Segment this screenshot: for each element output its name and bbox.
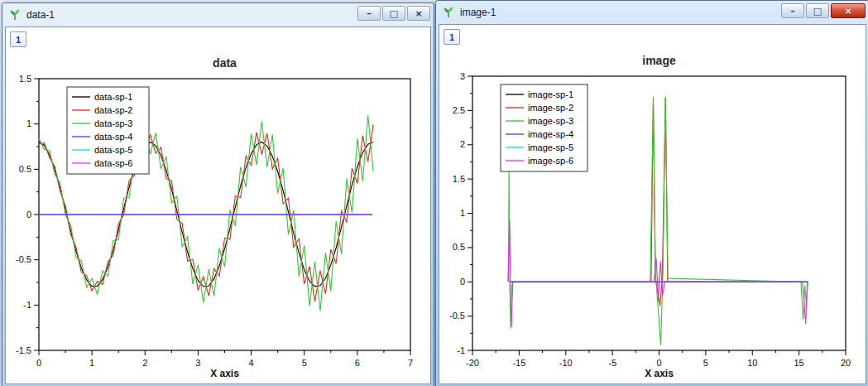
y-tick-label: 1 [460,208,465,218]
close-button[interactable]: × [831,3,866,18]
app-icon [8,8,22,22]
layer-button[interactable]: 1 [444,29,460,45]
legend-label: image-sp-3 [528,116,573,126]
legend-label: data-sp-5 [94,145,132,155]
legend-label: data-sp-3 [94,118,132,128]
x-tick-label: 15 [794,358,804,368]
window-title: data-1 [26,9,55,21]
y-tick-label: 1 [26,118,31,128]
legend-label: image-sp-2 [528,103,573,113]
x-tick-label: 0 [36,358,41,368]
y-tick-label: 0 [26,210,31,220]
window-title: image-1 [460,7,496,18]
window-controls: – □ × [357,6,430,21]
y-tick-label: 0.5 [19,164,31,174]
legend-label: image-sp-6 [528,156,573,166]
minimize-button[interactable]: – [357,6,381,21]
y-tick-label: -1 [457,345,465,355]
window-controls: – □ × [781,3,866,18]
plot-title: data [213,56,237,70]
legend-label: image-sp-1 [528,89,573,99]
x-tick-label: 6 [355,358,360,368]
y-tick-label: 1.5 [453,174,465,184]
window-data-1: data-1 – □ × 1 dataX axis01234567-1.5-1-… [2,2,434,386]
x-tick-label: -5 [608,358,616,368]
x-tick-label: -15 [512,358,525,368]
chart-canvas-image[interactable]: imageX axis-20-15-10-505101520-1-0.500.5… [439,25,866,384]
legend-label: data-sp-4 [94,132,132,142]
legend-label: data-sp-6 [94,158,132,168]
legend[interactable]: image-sp-1image-sp-2image-sp-3image-sp-4… [501,84,587,171]
y-tick-label: -1 [23,300,31,310]
y-tick-label: 2.5 [453,105,465,115]
window-client-area: 1 imageX axis-20-15-10-505101520-1-0.500… [439,24,866,384]
window-client-area: 1 dataX axis01234567-1.5-1-0.500.511.5da… [5,27,431,384]
x-tick-label: 0 [656,358,661,368]
titlebar[interactable]: image-1 – □ × [436,1,868,23]
minimize-button[interactable]: – [781,3,804,18]
y-tick-label: 0.5 [453,242,465,252]
maximize-button[interactable]: □ [806,3,829,18]
window-image-1: image-1 – □ × 1 imageX axis-20-15-10-505… [435,0,868,386]
chart-canvas-data[interactable]: dataX axis01234567-1.5-1-0.500.511.5data… [6,27,430,384]
maximize-button[interactable]: □ [382,6,405,21]
x-tick-label: -10 [559,358,573,368]
titlebar[interactable]: data-1 – □ × [2,3,434,26]
x-tick-label: 4 [249,358,254,368]
x-axis-label: X axis [210,368,239,379]
legend[interactable]: data-sp-1data-sp-2data-sp-3data-sp-4data… [67,87,149,174]
x-tick-label: 20 [841,358,851,368]
x-axis-label: X axis [645,368,674,379]
y-tick-label: 1.5 [19,74,31,84]
y-tick-label: -0.5 [449,311,465,321]
app-icon [442,6,455,19]
x-tick-label: 3 [195,358,200,368]
y-tick-label: 2 [460,139,465,149]
y-tick-label: -0.5 [16,254,31,264]
x-tick-label: 2 [142,358,147,368]
x-tick-label: 7 [408,358,413,368]
legend-label: data-sp-2 [94,105,132,115]
y-tick-label: 3 [460,71,465,81]
plot-title: image [642,54,676,67]
image-sp-6-line[interactable] [508,220,808,327]
y-tick-label: -1.5 [16,345,31,355]
x-tick-label: 10 [747,358,757,368]
legend-label: data-sp-1 [94,92,132,102]
x-tick-label: 5 [302,358,307,368]
x-tick-label: 5 [703,358,708,368]
legend-label: image-sp-5 [528,142,573,152]
x-tick-label: 1 [89,358,94,368]
close-button[interactable]: × [407,6,430,21]
x-tick-label: -20 [466,358,479,368]
y-tick-label: 0 [460,277,465,287]
legend-label: image-sp-4 [528,129,573,139]
layer-button[interactable]: 1 [10,31,26,47]
